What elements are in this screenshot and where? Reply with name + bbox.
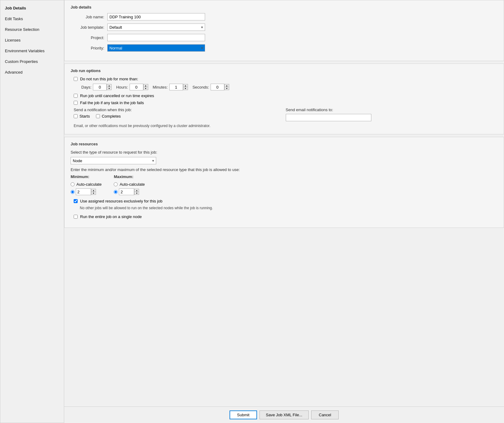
max-value-row: ▲ ▼	[114, 188, 145, 195]
hours-field: ▲ ▼	[130, 84, 148, 90]
hours-label: Hours:	[116, 85, 128, 89]
days-field: ▲ ▼	[93, 84, 112, 90]
max-spinner-row: ▲ ▼	[119, 188, 139, 195]
bottom-bar: Submit Save Job XML File... Cancel	[64, 407, 504, 423]
hours-spinner: ▲ ▼	[143, 84, 148, 90]
max-spinner: ▲ ▼	[134, 189, 139, 195]
seconds-down[interactable]: ▼	[224, 87, 229, 90]
job-name-label: Job name:	[71, 15, 107, 19]
hours-input[interactable]	[130, 84, 143, 90]
do-not-run-label: Do not run this job for more than:	[80, 77, 138, 81]
sidebar-item-advanced[interactable]: Advanced	[0, 67, 64, 78]
single-node-label: Run the entire job on a single node	[80, 214, 142, 219]
min-auto-calc-label: Auto-calculate	[76, 182, 101, 187]
days-down[interactable]: ▼	[107, 87, 112, 90]
min-spinner-row: ▲ ▼	[76, 188, 96, 195]
notification-right: Send email notifications to:	[286, 108, 498, 121]
notification-label: Send a notification when this job:	[74, 108, 286, 112]
sidebar-item-custom-properties[interactable]: Custom Properties	[0, 56, 64, 67]
starts-checkbox[interactable]	[74, 114, 78, 118]
do-not-run-checkbox[interactable]	[74, 77, 78, 81]
max-value-input[interactable]	[119, 188, 134, 195]
min-auto-calc-radio[interactable]	[71, 182, 75, 186]
minutes-input[interactable]	[169, 84, 183, 90]
min-auto-calc-row: Auto-calculate	[71, 182, 101, 187]
max-up[interactable]: ▲	[134, 189, 139, 192]
fail-job-label: Fail the job if any task in the job fail…	[80, 100, 144, 105]
select-type-label: Select the type of resource to request f…	[71, 150, 498, 155]
project-label: Project:	[71, 35, 107, 40]
days-label: Days:	[81, 85, 91, 89]
min-spinner: ▲ ▼	[91, 189, 96, 195]
submit-button[interactable]: Submit	[230, 410, 257, 419]
min-value-row: ▲ ▼	[71, 188, 101, 195]
exclusive-note: No other jobs will be allowed to run on …	[71, 206, 498, 210]
min-value-input[interactable]	[76, 188, 91, 195]
minutes-down[interactable]: ▼	[183, 87, 188, 90]
job-template-select[interactable]: Default	[107, 24, 205, 31]
seconds-input[interactable]	[211, 84, 224, 90]
max-auto-calc-radio[interactable]	[114, 182, 118, 186]
sidebar-item-edit-tasks[interactable]: Edit Tasks	[0, 13, 64, 24]
email-input[interactable]	[286, 114, 371, 121]
sidebar-item-licenses[interactable]: Licenses	[0, 35, 64, 46]
min-max-row: Minimum: Auto-calculate ▲ ▼	[71, 174, 498, 195]
min-up[interactable]: ▲	[91, 189, 96, 192]
completes-label: Completes	[102, 114, 121, 119]
days-up[interactable]: ▲	[107, 84, 112, 87]
sidebar-item-resource-selection[interactable]: Resource Selection	[0, 24, 64, 35]
notification-left: Send a notification when this job: Start…	[74, 108, 286, 119]
run-until-cancelled-checkbox[interactable]	[74, 94, 78, 98]
seconds-up[interactable]: ▲	[224, 84, 229, 87]
seconds-spinner: ▲ ▼	[224, 84, 229, 90]
minutes-field: ▲ ▼	[169, 84, 188, 90]
project-row: Project:	[71, 34, 498, 41]
max-auto-calc-label: Auto-calculate	[120, 182, 145, 187]
job-name-input[interactable]	[107, 13, 205, 20]
starts-label: Starts	[79, 114, 90, 119]
single-node-checkbox[interactable]	[74, 215, 78, 219]
priority-label: Priority:	[71, 46, 107, 50]
minutes-up[interactable]: ▲	[183, 84, 188, 87]
min-down[interactable]: ▼	[91, 192, 96, 195]
single-node-row: Run the entire job on a single node	[71, 214, 498, 219]
max-auto-calc-row: Auto-calculate	[114, 182, 145, 187]
job-name-row: Job name:	[71, 13, 498, 20]
job-resources-title: Job resources	[71, 142, 498, 146]
sidebar-item-job-details[interactable]: Job Details	[0, 3, 64, 13]
hours-up[interactable]: ▲	[143, 84, 148, 87]
job-template-row: Job template: Default	[71, 24, 498, 31]
project-input[interactable]	[107, 34, 205, 41]
max-down[interactable]: ▼	[134, 192, 139, 195]
save-xml-button[interactable]: Save Job XML File...	[259, 410, 309, 419]
job-run-options-section: Job run options Do not run this job for …	[64, 64, 504, 134]
job-details-title: Job details	[71, 5, 498, 9]
days-input[interactable]	[93, 84, 107, 90]
min-max-desc: Enter the minimum and/or maximum of the …	[71, 167, 498, 172]
exclusive-checkbox[interactable]	[74, 199, 78, 203]
min-value-radio[interactable]	[71, 190, 75, 194]
time-row: Days: ▲ ▼ Hours: ▲ ▼	[71, 84, 498, 90]
email-notifications-label: Send email notifications to:	[286, 108, 498, 112]
minutes-spinner: ▲ ▼	[183, 84, 188, 90]
job-details-section: Job details Job name: Job template: Defa…	[64, 0, 504, 61]
exclusive-label: Use assigned resources exclusively for t…	[80, 199, 163, 203]
exclusive-row: Use assigned resources exclusively for t…	[71, 199, 498, 203]
job-run-options-title: Job run options	[71, 68, 498, 73]
fail-job-row: Fail the job if any task in the job fail…	[71, 100, 498, 105]
cancel-button[interactable]: Cancel	[311, 410, 339, 419]
fail-job-checkbox[interactable]	[74, 101, 78, 105]
priority-select[interactable]: Normal Low High	[107, 44, 205, 52]
completes-check: Completes	[96, 114, 121, 119]
minimum-label: Minimum:	[71, 174, 101, 179]
maximum-label: Maximum:	[114, 174, 145, 179]
hours-down[interactable]: ▼	[143, 87, 148, 90]
sidebar-item-environment-variables[interactable]: Environment Variables	[0, 46, 64, 56]
resource-type-select[interactable]: Node Core GPU	[71, 157, 156, 164]
max-value-radio[interactable]	[114, 190, 118, 194]
completes-checkbox[interactable]	[96, 114, 100, 118]
minimum-section: Minimum: Auto-calculate ▲ ▼	[71, 174, 101, 195]
run-until-cancelled-row: Run job until cancelled or run time expi…	[71, 93, 498, 98]
do-not-run-row: Do not run this job for more than:	[71, 77, 498, 81]
run-until-cancelled-label: Run job until cancelled or run time expi…	[80, 93, 154, 98]
